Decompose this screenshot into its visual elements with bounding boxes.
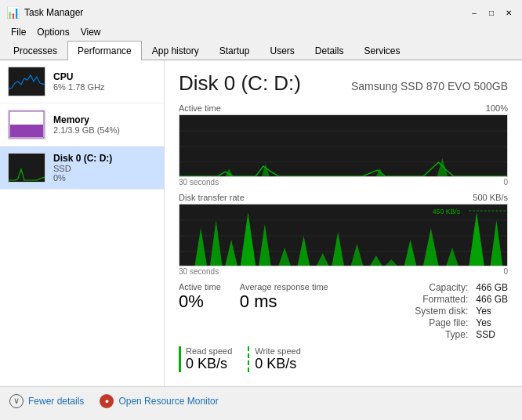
- avg-response-value: 0 ms: [240, 291, 328, 312]
- disk-title: Disk 0 (C: D:): [53, 153, 156, 164]
- sidebar-item-disk[interactable]: Disk 0 (C: D:) SSD 0%: [0, 147, 164, 190]
- chart2-max: 500 KB/s: [473, 193, 508, 202]
- menu-view[interactable]: View: [76, 25, 106, 39]
- capacity-label: Capacity:: [415, 282, 468, 293]
- chart2-label: Disk transfer rate: [179, 193, 245, 202]
- menu-file[interactable]: File: [6, 25, 31, 39]
- menu-options[interactable]: Options: [32, 25, 74, 39]
- left-stats: Active time 0% Average response time 0 m…: [179, 282, 328, 340]
- chart2-time: 30 seconds: [179, 267, 219, 276]
- page-file-label: Page file:: [415, 317, 468, 328]
- cpu-sub: 6% 1.78 GHz: [53, 82, 156, 92]
- chart2-min: 0: [503, 267, 508, 276]
- info-grid: Capacity: 466 GB Formatted: 466 GB Syste…: [415, 282, 508, 340]
- cpu-title: CPU: [53, 71, 156, 82]
- fewer-details-button[interactable]: ∨ Fewer details: [9, 394, 84, 408]
- read-speed-label: Read speed: [186, 346, 232, 356]
- chart1-min: 0: [503, 178, 508, 186]
- memory-chart-icon: [9, 110, 45, 139]
- chart1-max: 100%: [486, 103, 508, 113]
- sidebar-item-memory[interactable]: Memory 2.1/3.9 GB (54%): [0, 103, 164, 147]
- chart2-label-row: Disk transfer rate 500 KB/s: [179, 193, 508, 202]
- read-speed-info: Read speed 0 KB/s: [186, 346, 232, 372]
- stat-active-time: Active time 0%: [179, 282, 221, 340]
- disk-sub: SSD: [53, 164, 156, 173]
- chart1-label-row: Active time 100%: [179, 103, 508, 113]
- memory-icon: [8, 110, 45, 139]
- svg-text:450 KB/s: 450 KB/s: [433, 208, 461, 215]
- read-speed-block: Read speed 0 KB/s: [179, 346, 232, 372]
- detail-header: Disk 0 (C: D:) Samsung SSD 870 EVO 500GB: [179, 71, 508, 96]
- chart1-box: [179, 114, 508, 177]
- tab-users[interactable]: Users: [259, 41, 304, 60]
- memory-sub: 2.1/3.9 GB (54%): [53, 125, 156, 135]
- fewer-details-label: Fewer details: [28, 396, 84, 407]
- speed-row: Read speed 0 KB/s Write speed 0 KB/s: [179, 346, 508, 372]
- chart-active-time: Active time 100%: [179, 103, 508, 186]
- write-speed-info: Write speed 0 KB/s: [255, 346, 301, 372]
- close-button[interactable]: ✕: [502, 5, 516, 20]
- chart2-svg: 450 KB/s: [179, 205, 507, 266]
- disk-info: Disk 0 (C: D:) SSD 0%: [53, 153, 156, 183]
- formatted-value: 466 GB: [476, 294, 508, 305]
- chart1-time: 30 seconds: [179, 178, 219, 186]
- tab-services[interactable]: Services: [354, 41, 411, 60]
- svg-rect-5: [179, 115, 507, 177]
- cpu-chart-icon: [9, 67, 45, 96]
- chart-transfer-rate: Disk transfer rate 500 KB/s 450 KB/s: [179, 193, 508, 276]
- capacity-value: 466 GB: [476, 282, 508, 293]
- active-time-label: Active time: [179, 282, 221, 291]
- write-speed-block: Write speed 0 KB/s: [248, 346, 301, 372]
- disk-icon: [8, 153, 45, 183]
- menu-bar: File Options View: [0, 24, 522, 41]
- memory-info: Memory 2.1/3.9 GB (54%): [53, 114, 156, 135]
- footer-bar: ∨ Fewer details ● Open Resource Monitor: [0, 386, 522, 415]
- type-value: SSD: [476, 329, 508, 340]
- tab-performance[interactable]: Performance: [67, 41, 142, 60]
- title-bar-left: 📊 Task Manager: [6, 6, 83, 19]
- minimize-button[interactable]: –: [467, 5, 481, 20]
- tab-bar: Processes Performance App history Startu…: [0, 41, 522, 60]
- disk-val: 0%: [53, 173, 156, 183]
- detail-device: Samsung SSD 870 EVO 500GB: [351, 80, 508, 92]
- page-file-value: Yes: [476, 317, 508, 328]
- cpu-icon: [8, 67, 45, 96]
- app-icon: 📊: [6, 6, 20, 19]
- cpu-info: CPU 6% 1.78 GHz: [53, 71, 156, 92]
- chart2-box: 450 KB/s: [179, 204, 508, 266]
- tab-details[interactable]: Details: [305, 41, 354, 60]
- title-bar: 📊 Task Manager – □ ✕: [0, 0, 522, 24]
- disk-chart-icon: [9, 154, 45, 182]
- tab-processes[interactable]: Processes: [3, 41, 67, 60]
- chart1-svg: [179, 115, 507, 177]
- bottom-stats-area: Active time 0% Average response time 0 m…: [179, 282, 508, 340]
- avg-response-label: Average response time: [240, 282, 328, 291]
- svg-rect-3: [10, 125, 43, 137]
- type-label: Type:: [415, 329, 468, 340]
- chart1-label: Active time: [179, 103, 221, 113]
- maximize-button[interactable]: □: [484, 5, 498, 20]
- svg-rect-4: [9, 154, 45, 182]
- tab-startup[interactable]: Startup: [209, 41, 260, 60]
- title-bar-controls: – □ ✕: [467, 5, 516, 20]
- main-content: CPU 6% 1.78 GHz Memory 2.1/3.9 GB (54%): [0, 60, 522, 386]
- tab-app-history[interactable]: App history: [142, 41, 209, 60]
- system-disk-value: Yes: [476, 306, 508, 317]
- memory-title: Memory: [53, 114, 156, 125]
- sidebar-item-cpu[interactable]: CPU 6% 1.78 GHz: [0, 60, 164, 103]
- system-disk-label: System disk:: [415, 306, 468, 317]
- resource-monitor-icon: ●: [100, 394, 114, 408]
- sidebar: CPU 6% 1.78 GHz Memory 2.1/3.9 GB (54%): [0, 60, 165, 386]
- read-speed-bar: [179, 346, 181, 372]
- formatted-label: Formatted:: [415, 294, 468, 305]
- open-resource-monitor-label: Open Resource Monitor: [118, 396, 218, 407]
- detail-panel: Disk 0 (C: D:) Samsung SSD 870 EVO 500GB…: [165, 60, 522, 386]
- write-speed-bar: [248, 346, 250, 372]
- write-speed-label: Write speed: [255, 346, 301, 356]
- stat-avg-response: Average response time 0 ms: [240, 282, 328, 340]
- read-speed-value: 0 KB/s: [186, 356, 232, 372]
- fewer-details-icon: ∨: [9, 394, 24, 408]
- open-resource-monitor-button[interactable]: ● Open Resource Monitor: [100, 394, 218, 408]
- app-title: Task Manager: [24, 7, 83, 18]
- chart1-footer: 30 seconds 0: [179, 178, 508, 186]
